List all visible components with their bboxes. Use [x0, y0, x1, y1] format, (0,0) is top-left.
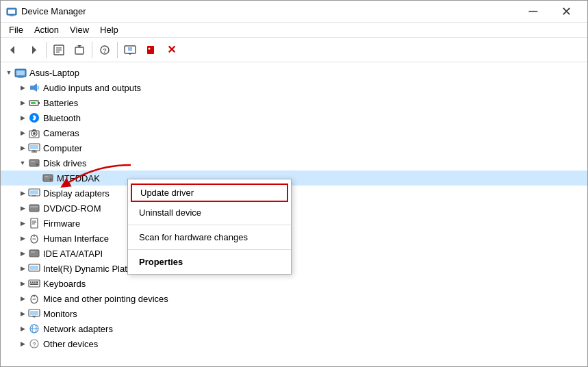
menu-help[interactable]: Help	[94, 23, 124, 36]
svg-rect-16	[128, 47, 132, 51]
menu-action[interactable]: Action	[29, 23, 64, 36]
tree-item-other[interactable]: ▶ ? Other devices	[1, 336, 587, 351]
svg-rect-63	[36, 281, 38, 283]
mice-chevron: ▶	[17, 293, 28, 304]
device-tree[interactable]: ▼ Asus-Laptop ▶	[1, 62, 587, 366]
ctx-sep2	[128, 249, 291, 250]
keyboards-icon	[28, 278, 40, 289]
toolbar-toggle[interactable]	[70, 40, 89, 60]
svg-rect-47	[30, 206, 38, 207]
monitors-chevron: ▶	[17, 308, 28, 319]
svg-rect-21	[18, 77, 23, 78]
minimize-button[interactable]: ─	[517, 1, 549, 23]
svg-point-18	[149, 47, 151, 49]
ide-chevron: ▶	[17, 248, 28, 259]
computer-icon	[28, 142, 40, 153]
toolbar-help[interactable]: ?	[95, 40, 114, 60]
tree-item-audio[interactable]: ▶ Audio inputs and outputs	[1, 80, 587, 95]
tree-item-hid[interactable]: ▶ Human Interface	[1, 231, 587, 246]
svg-rect-46	[29, 205, 39, 212]
toolbar-flag[interactable]	[141, 40, 160, 60]
svg-rect-41	[44, 176, 49, 177]
tree-item-mtfddak[interactable]: MTFDDAK	[1, 170, 587, 186]
audio-chevron: ▶	[17, 82, 28, 93]
title-bar: Device Manager ─ ✕	[1, 1, 587, 23]
ctx-update-driver[interactable]: Update driver	[131, 184, 288, 202]
other-label: Other devices	[43, 339, 98, 349]
firmware-icon	[28, 218, 40, 229]
tree-item-ide[interactable]: ▶ IDE ATA/ATAPI	[1, 246, 587, 261]
tree-item-intel[interactable]: ▶ Intel(R) Dynamic Platform and Thermal …	[1, 261, 587, 276]
dvd-label: DVD/CD-ROM	[43, 203, 101, 214]
svg-rect-48	[31, 218, 38, 228]
mtfddak-chevron	[31, 173, 42, 184]
hid-icon	[28, 233, 40, 244]
svg-rect-23	[30, 86, 34, 90]
ctx-uninstall-device[interactable]: Uninstall device	[128, 203, 291, 222]
tree-item-mice[interactable]: ▶ Mice and other pointing devices	[1, 291, 587, 306]
context-menu: Update driver Uninstall device Scan for …	[127, 179, 292, 275]
menu-bar: File Action View Help	[1, 23, 587, 38]
ctx-scan-hardware[interactable]: Scan for hardware changes	[128, 228, 291, 246]
batteries-label: Batteries	[43, 98, 78, 108]
firmware-chevron: ▶	[17, 218, 28, 229]
audio-icon	[28, 82, 40, 93]
toolbar-uninstall[interactable]: ✕	[162, 40, 181, 60]
svg-rect-40	[43, 175, 53, 181]
network-label: Network adapters	[43, 324, 113, 334]
dvd-icon	[28, 203, 40, 214]
diskdrives-icon	[28, 157, 40, 168]
mice-label: Mice and other pointing devices	[43, 294, 168, 304]
ctx-properties[interactable]: Properties	[128, 253, 291, 271]
batteries-chevron: ▶	[17, 97, 28, 108]
toolbar-sep1	[46, 42, 47, 58]
ctx-sep1	[128, 225, 291, 225]
dvd-chevron: ▶	[17, 203, 28, 214]
title-bar-controls: ─ ✕	[517, 1, 582, 23]
tree-root[interactable]: ▼ Asus-Laptop	[1, 65, 587, 80]
svg-point-42	[50, 179, 52, 181]
toolbar-forward[interactable]	[24, 40, 43, 60]
toolbar-properties[interactable]	[49, 40, 68, 60]
network-chevron: ▶	[17, 323, 28, 334]
tree-item-batteries[interactable]: ▶ Batteries	[1, 95, 587, 110]
window-title: Device Manager	[21, 6, 517, 16]
root-icon	[14, 67, 27, 78]
root-chevron: ▼	[3, 67, 14, 78]
svg-rect-17	[147, 46, 154, 54]
toolbar-display[interactable]	[120, 40, 140, 60]
tree-item-dvd[interactable]: ▶ DVD/CD-ROM	[1, 201, 587, 216]
tree-item-network[interactable]: ▶ Network adapters	[1, 321, 587, 336]
menu-file[interactable]: File	[3, 23, 29, 36]
toolbar-back[interactable]	[3, 40, 23, 60]
other-chevron: ▶	[17, 338, 28, 349]
tree-item-firmware[interactable]: ▶ Firmware	[1, 216, 587, 231]
svg-rect-60	[30, 281, 31, 283]
device-manager-window: Device Manager ─ ✕ File Action View Help	[0, 0, 588, 367]
tree-item-monitors[interactable]: ▶ Monitors	[1, 306, 587, 321]
tree-item-cameras[interactable]: ▶ Cameras	[1, 125, 587, 140]
svg-marker-4	[32, 46, 36, 54]
intel-icon	[28, 263, 40, 274]
firmware-label: Firmware	[43, 218, 80, 229]
svg-point-30	[33, 132, 36, 135]
tree-item-computer[interactable]: ▶ Computer	[1, 140, 587, 155]
tree-item-diskdrives[interactable]: ▼ Disk drives	[1, 155, 587, 170]
svg-rect-20	[16, 71, 25, 75]
mtfddak-label: MTFDDAK	[57, 173, 100, 184]
svg-rect-38	[31, 161, 35, 162]
cameras-icon	[28, 127, 40, 138]
svg-rect-56	[31, 251, 35, 253]
tree-item-display[interactable]: ▶ Display adapters	[1, 186, 587, 201]
cameras-chevron: ▶	[17, 127, 28, 138]
menu-view[interactable]: View	[64, 23, 94, 36]
svg-rect-1	[8, 10, 15, 14]
batteries-icon	[28, 97, 40, 108]
close-button[interactable]: ✕	[550, 1, 582, 23]
keyboards-chevron: ▶	[17, 278, 28, 289]
monitors-icon	[28, 308, 40, 319]
svg-point-39	[36, 164, 38, 166]
tree-item-bluetooth[interactable]: ▶ Bluetooth	[1, 110, 587, 125]
tree-item-keyboards[interactable]: ▶ Keyboards	[1, 276, 587, 291]
svg-marker-24	[34, 84, 37, 92]
